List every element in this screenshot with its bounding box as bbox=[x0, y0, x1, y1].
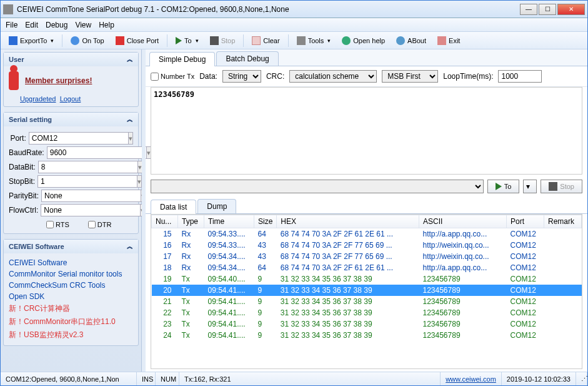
crc-label: CRC: bbox=[266, 72, 284, 81]
collapse-icon[interactable]: ︽ bbox=[127, 242, 133, 251]
status-ins: INS bbox=[137, 372, 156, 385]
col-remark[interactable]: Remark bbox=[544, 215, 582, 228]
table-row[interactable]: 22Tx09:54.41....931 32 33 34 35 36 37 38… bbox=[152, 307, 582, 318]
crc-scheme-select[interactable]: calculation scheme bbox=[289, 70, 377, 83]
toolbar: ExportTo▾ On Top Close Port To▾ Stop Cle… bbox=[1, 32, 587, 49]
resize-grip[interactable]: ⋰ bbox=[576, 372, 587, 385]
about-button[interactable]: ABout bbox=[392, 34, 431, 47]
stopbit-label: StopBit: bbox=[9, 177, 35, 186]
link-opensdk[interactable]: Open SDK bbox=[9, 292, 133, 301]
user-panel: User︽ Member surprises! Upgradeted Logou… bbox=[3, 52, 139, 107]
status-url-link[interactable]: www.ceiwei.com bbox=[446, 375, 496, 383]
dropdown-icon[interactable]: ▾ bbox=[137, 175, 142, 188]
window-title: CEIWEI CommTone SerialPort debug 7.1 - C… bbox=[17, 5, 520, 14]
menu-file[interactable]: File bbox=[6, 21, 17, 29]
send-history-select[interactable] bbox=[151, 180, 484, 193]
stopbit-select[interactable] bbox=[37, 175, 137, 188]
table-row[interactable]: 16Rx09:54.33....4368 74 74 70 3A 2F 2F 7… bbox=[152, 240, 582, 251]
send-to-dropdown[interactable]: ▾ bbox=[523, 180, 537, 193]
looptime-input[interactable] bbox=[498, 70, 542, 83]
upgraded-link[interactable]: Upgradeted bbox=[20, 95, 56, 103]
maximize-button[interactable]: ☐ bbox=[539, 4, 556, 15]
ontop-button[interactable]: On Top bbox=[66, 34, 108, 47]
collapse-icon[interactable]: ︽ bbox=[127, 115, 133, 124]
send-stop-button[interactable]: Stop bbox=[541, 180, 582, 193]
ontop-label: On Top bbox=[82, 37, 104, 44]
play-icon bbox=[496, 183, 502, 190]
port-label: Port: bbox=[9, 134, 26, 143]
main-area: Simple Debug Batch Debug Number Tx Data:… bbox=[146, 49, 587, 372]
link-ceiwei-software[interactable]: CEIWEI Software bbox=[9, 258, 133, 267]
table-row[interactable]: 19Tx09:54.40....931 32 33 34 35 36 37 38… bbox=[152, 273, 582, 285]
col-num[interactable]: Nu... bbox=[152, 215, 178, 228]
table-row[interactable]: 20Tx09:54.41....931 32 33 34 35 36 37 38… bbox=[152, 285, 582, 296]
send-to-button[interactable]: To bbox=[487, 180, 520, 193]
tools-button[interactable]: Tools▾ bbox=[292, 34, 336, 47]
msb-select[interactable]: MSB First bbox=[382, 70, 438, 83]
parity-select[interactable] bbox=[41, 190, 141, 202]
menu-view[interactable]: View bbox=[75, 21, 91, 29]
data-format-select[interactable]: String bbox=[222, 70, 261, 83]
exportto-label: ExportTo bbox=[20, 37, 47, 44]
link-commmonitor[interactable]: CommMonitor Serial monitor tools bbox=[9, 270, 133, 278]
tools-icon bbox=[297, 36, 306, 45]
baud-label: BaudRate: bbox=[9, 148, 44, 157]
menu-debug[interactable]: Debug bbox=[46, 21, 67, 29]
menubar: File Edit Debug View Help bbox=[1, 18, 587, 32]
col-hex[interactable]: HEX bbox=[277, 215, 419, 228]
clear-label: Clear bbox=[263, 37, 279, 44]
status-port: COM12:Opened, 9600,8,None,1,Non bbox=[1, 372, 137, 385]
stop-button[interactable]: Stop bbox=[206, 34, 240, 47]
tab-data-list[interactable]: Data list bbox=[151, 200, 196, 214]
app-icon bbox=[3, 4, 13, 14]
serial-panel: Serial setting︽ Port:▾ BaudRate:▾ DataBi… bbox=[3, 112, 139, 234]
closeport-button[interactable]: Close Port bbox=[111, 34, 163, 47]
tab-simple-debug[interactable]: Simple Debug bbox=[149, 52, 215, 66]
tx-content-area[interactable]: 123456789 bbox=[151, 87, 582, 175]
member-surprises-link[interactable]: Member surprises! bbox=[25, 76, 92, 85]
numbertx-checkbox[interactable]: Number Tx bbox=[151, 73, 194, 81]
data-grid[interactable]: Nu... Type Time Size HEX ASCII Port Rema… bbox=[151, 214, 582, 369]
databit-select[interactable] bbox=[38, 161, 138, 173]
collapse-icon[interactable]: ︽ bbox=[127, 55, 133, 64]
logout-link[interactable]: Logout bbox=[60, 95, 81, 103]
table-row[interactable]: 18Rx09:54.34....6468 74 74 70 3A 2F 2F 6… bbox=[152, 262, 582, 273]
tools-label: Tools bbox=[308, 37, 324, 44]
col-time[interactable]: Time bbox=[204, 215, 254, 228]
tab-batch-debug[interactable]: Batch Debug bbox=[216, 51, 278, 66]
link-usb-monitor[interactable]: 新！USB监控精灵v2.3 bbox=[9, 330, 133, 340]
dtr-checkbox[interactable]: DTR bbox=[88, 221, 112, 228]
tab-dump[interactable]: Dump bbox=[197, 199, 236, 213]
clear-button[interactable]: Clear bbox=[247, 34, 284, 47]
port-select[interactable] bbox=[29, 132, 129, 145]
minimize-button[interactable]: — bbox=[520, 4, 537, 15]
table-row[interactable]: 24Tx09:54.41....931 32 33 34 35 36 37 38… bbox=[152, 330, 582, 341]
baud-select[interactable] bbox=[47, 146, 147, 159]
link-commmonitor11[interactable]: 新！CommMonitor串口监控11.0 bbox=[9, 317, 133, 327]
col-port[interactable]: Port bbox=[507, 215, 544, 228]
dtr-label: DTR bbox=[97, 221, 112, 228]
openhelp-button[interactable]: Open help bbox=[337, 34, 389, 47]
table-row[interactable]: 21Tx09:54.41....931 32 33 34 35 36 37 38… bbox=[152, 296, 582, 307]
play-icon bbox=[176, 37, 182, 44]
software-panel-title: CEIWEI Software bbox=[9, 243, 64, 250]
link-crc-calc[interactable]: 新！CRC计算神器 bbox=[9, 303, 133, 314]
col-ascii[interactable]: ASCII bbox=[419, 215, 507, 228]
table-row[interactable]: 23Tx09:54.41....931 32 33 34 35 36 37 38… bbox=[152, 318, 582, 330]
close-button[interactable]: ✕ bbox=[557, 4, 585, 15]
exportto-button[interactable]: ExportTo▾ bbox=[4, 34, 58, 47]
rts-checkbox[interactable]: RTS bbox=[46, 221, 69, 228]
table-row[interactable]: 15Rx09:54.33....6468 74 74 70 3A 2F 2F 6… bbox=[152, 228, 582, 240]
flow-select[interactable] bbox=[41, 204, 141, 216]
dropdown-icon[interactable]: ▾ bbox=[129, 132, 133, 145]
table-row[interactable]: 17Rx09:54.34....4368 74 74 70 3A 2F 2F 7… bbox=[152, 251, 582, 262]
col-size[interactable]: Size bbox=[254, 215, 277, 228]
config-row: Number Tx Data: String CRC: calculation … bbox=[146, 66, 587, 87]
exit-button[interactable]: Exit bbox=[433, 34, 464, 47]
menu-edit[interactable]: Edit bbox=[25, 21, 38, 29]
col-type[interactable]: Type bbox=[178, 215, 204, 228]
menu-help[interactable]: Help bbox=[99, 21, 114, 29]
to-button[interactable]: To▾ bbox=[171, 35, 203, 46]
link-commchecksum[interactable]: CommCheckSum CRC Tools bbox=[9, 281, 133, 290]
to-label: To bbox=[184, 37, 192, 44]
